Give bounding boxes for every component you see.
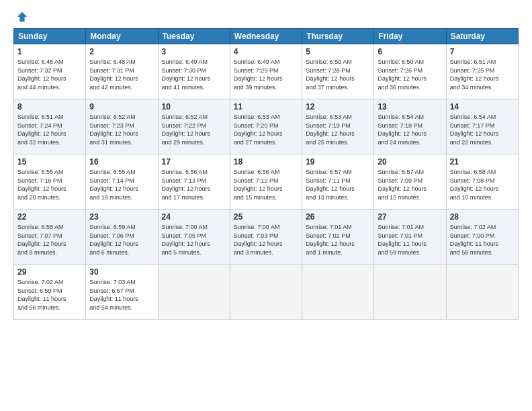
calendar-day: 2Sunrise: 6:48 AM Sunset: 7:31 PM Daylig… [86, 44, 158, 99]
day-number: 23 [89, 212, 154, 222]
calendar-day: 26Sunrise: 7:01 AM Sunset: 7:02 PM Dayli… [302, 210, 374, 265]
day-info: Sunrise: 6:59 AM Sunset: 7:06 PM Dayligh… [89, 223, 154, 257]
day-info: Sunrise: 7:00 AM Sunset: 7:03 PM Dayligh… [234, 223, 298, 257]
svg-marker-0 [17, 12, 27, 21]
day-info: Sunrise: 7:01 AM Sunset: 7:01 PM Dayligh… [378, 223, 442, 257]
header-day: Wednesday [230, 29, 302, 44]
day-info: Sunrise: 6:58 AM Sunset: 7:07 PM Dayligh… [17, 223, 82, 257]
calendar-day: 24Sunrise: 7:00 AM Sunset: 7:05 PM Dayli… [158, 210, 230, 265]
calendar-day [446, 265, 518, 320]
day-info: Sunrise: 7:01 AM Sunset: 7:02 PM Dayligh… [306, 223, 370, 257]
calendar-day: 28Sunrise: 7:02 AM Sunset: 7:00 PM Dayli… [446, 210, 518, 265]
header-day: Thursday [302, 29, 374, 44]
calendar-day [158, 265, 230, 320]
day-info: Sunrise: 6:50 AM Sunset: 7:26 PM Dayligh… [378, 58, 442, 91]
calendar-week: 8Sunrise: 6:51 AM Sunset: 7:24 PM Daylig… [14, 99, 519, 154]
calendar-day [302, 265, 374, 320]
day-number: 3 [162, 47, 226, 56]
calendar-day: 29Sunrise: 7:02 AM Sunset: 6:59 PM Dayli… [14, 265, 86, 320]
day-info: Sunrise: 6:57 AM Sunset: 7:09 PM Dayligh… [378, 168, 442, 201]
calendar-day: 21Sunrise: 6:58 AM Sunset: 7:08 PM Dayli… [446, 154, 518, 210]
day-number: 13 [378, 102, 442, 111]
calendar-day [230, 265, 302, 320]
day-info: Sunrise: 6:49 AM Sunset: 7:30 PM Dayligh… [162, 58, 226, 91]
day-number: 24 [162, 212, 226, 222]
calendar: SundayMondayTuesdayWednesdayThursdayFrid… [13, 28, 519, 320]
day-number: 18 [234, 157, 298, 167]
header-day: Friday [374, 29, 446, 44]
header-row: SundayMondayTuesdayWednesdayThursdayFrid… [14, 29, 519, 44]
day-info: Sunrise: 6:51 AM Sunset: 7:24 PM Dayligh… [17, 113, 82, 146]
header-day: Sunday [14, 29, 86, 44]
calendar-day: 12Sunrise: 6:53 AM Sunset: 7:19 PM Dayli… [302, 99, 374, 154]
day-info: Sunrise: 6:53 AM Sunset: 7:20 PM Dayligh… [234, 113, 298, 146]
day-number: 21 [450, 157, 515, 167]
calendar-day: 16Sunrise: 6:55 AM Sunset: 7:14 PM Dayli… [86, 154, 158, 210]
day-info: Sunrise: 7:02 AM Sunset: 7:00 PM Dayligh… [450, 223, 515, 257]
day-info: Sunrise: 7:02 AM Sunset: 6:59 PM Dayligh… [17, 278, 82, 312]
calendar-day: 4Sunrise: 6:49 AM Sunset: 7:29 PM Daylig… [230, 44, 302, 99]
calendar-day: 13Sunrise: 6:54 AM Sunset: 7:18 PM Dayli… [374, 99, 446, 154]
day-number: 9 [89, 102, 154, 111]
day-number: 26 [306, 212, 370, 222]
day-number: 7 [450, 47, 515, 56]
day-number: 8 [17, 102, 82, 111]
calendar-day: 30Sunrise: 7:03 AM Sunset: 6:57 PM Dayli… [86, 265, 158, 320]
day-number: 14 [450, 102, 515, 111]
day-number: 15 [17, 157, 82, 167]
calendar-day: 9Sunrise: 6:52 AM Sunset: 7:23 PM Daylig… [86, 99, 158, 154]
calendar-day: 23Sunrise: 6:59 AM Sunset: 7:06 PM Dayli… [86, 210, 158, 265]
day-info: Sunrise: 6:52 AM Sunset: 7:22 PM Dayligh… [162, 113, 226, 146]
day-number: 22 [17, 212, 82, 222]
day-info: Sunrise: 6:54 AM Sunset: 7:17 PM Dayligh… [450, 113, 515, 146]
day-info: Sunrise: 6:52 AM Sunset: 7:23 PM Dayligh… [89, 113, 154, 146]
day-info: Sunrise: 6:53 AM Sunset: 7:19 PM Dayligh… [306, 113, 370, 146]
calendar-day: 14Sunrise: 6:54 AM Sunset: 7:17 PM Dayli… [446, 99, 518, 154]
day-number: 2 [89, 47, 154, 56]
day-number: 25 [234, 212, 298, 222]
day-number: 29 [17, 267, 82, 277]
day-info: Sunrise: 7:00 AM Sunset: 7:05 PM Dayligh… [162, 223, 226, 257]
calendar-day: 17Sunrise: 6:56 AM Sunset: 7:13 PM Dayli… [158, 154, 230, 210]
day-number: 5 [306, 47, 370, 56]
calendar-week: 1Sunrise: 6:48 AM Sunset: 7:32 PM Daylig… [14, 44, 519, 99]
day-info: Sunrise: 6:50 AM Sunset: 7:28 PM Dayligh… [306, 58, 370, 91]
calendar-day: 11Sunrise: 6:53 AM Sunset: 7:20 PM Dayli… [230, 99, 302, 154]
day-number: 1 [17, 47, 82, 56]
calendar-day: 15Sunrise: 6:55 AM Sunset: 7:16 PM Dayli… [14, 154, 86, 210]
day-info: Sunrise: 6:48 AM Sunset: 7:31 PM Dayligh… [89, 58, 154, 91]
calendar-day: 22Sunrise: 6:58 AM Sunset: 7:07 PM Dayli… [14, 210, 86, 265]
header-day: Monday [86, 29, 158, 44]
day-number: 30 [89, 267, 154, 277]
logo-icon [16, 11, 28, 23]
day-number: 27 [378, 212, 442, 222]
day-info: Sunrise: 6:49 AM Sunset: 7:29 PM Dayligh… [234, 58, 298, 91]
calendar-day: 18Sunrise: 6:56 AM Sunset: 7:12 PM Dayli… [230, 154, 302, 210]
calendar-week: 29Sunrise: 7:02 AM Sunset: 6:59 PM Dayli… [14, 265, 519, 320]
calendar-day: 19Sunrise: 6:57 AM Sunset: 7:11 PM Dayli… [302, 154, 374, 210]
header-day: Saturday [446, 29, 518, 44]
header [13, 11, 519, 23]
day-number: 28 [450, 212, 515, 222]
day-number: 17 [162, 157, 226, 167]
calendar-day: 20Sunrise: 6:57 AM Sunset: 7:09 PM Dayli… [374, 154, 446, 210]
day-info: Sunrise: 6:48 AM Sunset: 7:32 PM Dayligh… [17, 58, 82, 91]
day-number: 4 [234, 47, 298, 56]
calendar-day: 1Sunrise: 6:48 AM Sunset: 7:32 PM Daylig… [14, 44, 86, 99]
day-number: 10 [162, 102, 226, 111]
calendar-day: 7Sunrise: 6:51 AM Sunset: 7:25 PM Daylig… [446, 44, 518, 99]
day-info: Sunrise: 6:56 AM Sunset: 7:13 PM Dayligh… [162, 168, 226, 201]
day-info: Sunrise: 6:56 AM Sunset: 7:12 PM Dayligh… [234, 168, 298, 201]
day-number: 6 [378, 47, 442, 56]
header-day: Tuesday [158, 29, 230, 44]
calendar-week: 15Sunrise: 6:55 AM Sunset: 7:16 PM Dayli… [14, 154, 519, 210]
calendar-day: 10Sunrise: 6:52 AM Sunset: 7:22 PM Dayli… [158, 99, 230, 154]
day-number: 19 [306, 157, 370, 167]
calendar-day: 27Sunrise: 7:01 AM Sunset: 7:01 PM Dayli… [374, 210, 446, 265]
day-info: Sunrise: 6:57 AM Sunset: 7:11 PM Dayligh… [306, 168, 370, 201]
day-info: Sunrise: 7:03 AM Sunset: 6:57 PM Dayligh… [89, 278, 154, 312]
day-number: 16 [89, 157, 154, 167]
calendar-day: 8Sunrise: 6:51 AM Sunset: 7:24 PM Daylig… [14, 99, 86, 154]
day-info: Sunrise: 6:58 AM Sunset: 7:08 PM Dayligh… [450, 168, 515, 201]
day-info: Sunrise: 6:55 AM Sunset: 7:14 PM Dayligh… [89, 168, 154, 201]
